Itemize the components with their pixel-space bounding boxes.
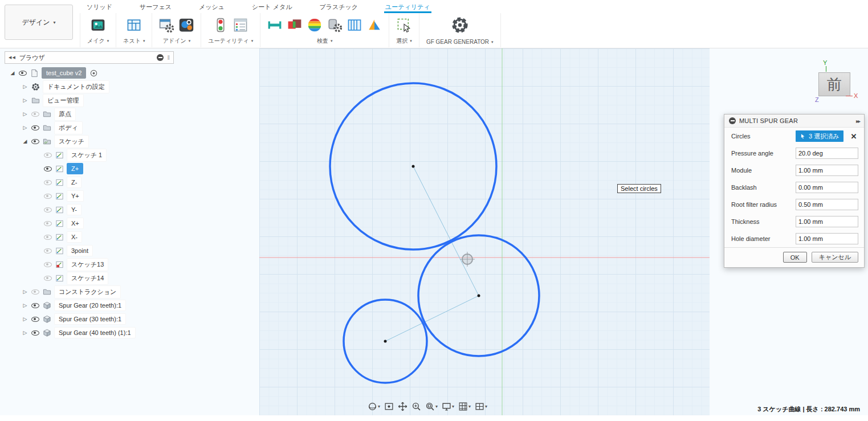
view-cube[interactable]: Y 前 Z X <box>809 59 866 110</box>
tree-row[interactable]: X- <box>42 230 187 244</box>
tree-row[interactable]: ▷ボディ <box>21 121 187 134</box>
dialog-titlebar[interactable]: MULTI SPUR GEAR ▸▸ <box>724 115 864 128</box>
root-filter-radius-input[interactable] <box>796 199 858 210</box>
browser-panel-header[interactable]: ◀◀ ブラウザ ‖ <box>5 51 174 64</box>
pan-button[interactable] <box>398 402 407 411</box>
tree-row[interactable]: スケッチ 1 <box>42 148 187 162</box>
tree-row[interactable]: ▷ビュー管理 <box>21 93 187 107</box>
tab-メッシュ[interactable]: メッシュ <box>198 1 226 13</box>
tree-row[interactable]: 3point <box>42 244 187 257</box>
tree-row[interactable]: Y- <box>42 203 187 216</box>
hole-diameter-input[interactable] <box>796 233 858 244</box>
tree-row[interactable]: ▷ドキュメントの設定 <box>21 80 187 93</box>
tree-row[interactable]: スケッチ13 <box>42 257 187 271</box>
workspace-switcher-button[interactable]: デザイン ▾ <box>5 5 73 40</box>
visibility-toggle-icon[interactable] <box>30 330 41 336</box>
backlash-input[interactable] <box>796 182 858 193</box>
make-icon[interactable] <box>91 18 105 32</box>
visibility-toggle-icon[interactable] <box>30 289 41 295</box>
toolbar-group-dropdown[interactable]: メイク▾ <box>87 37 109 45</box>
viewports-button[interactable]: ▾ <box>475 402 487 411</box>
expand-arrow-icon[interactable]: ▷ <box>21 289 30 295</box>
collapse-panel-icon[interactable]: ◀◀ <box>9 55 16 60</box>
expand-arrow-icon[interactable]: ▷ <box>21 316 30 322</box>
draft-analysis-icon[interactable] <box>367 18 382 32</box>
toolbar-group-dropdown[interactable]: GF GEAR GENERATOR▾ <box>426 39 494 45</box>
tab-サーフェス[interactable]: サーフェス <box>138 1 173 13</box>
circles-selection-button[interactable]: 3 選択済み <box>796 130 843 142</box>
tab-プラスチック[interactable]: プラスチック <box>318 1 359 13</box>
tree-row[interactable]: Z+ <box>42 162 187 175</box>
visibility-toggle-icon[interactable] <box>42 207 54 212</box>
visibility-toggle-icon[interactable] <box>42 235 54 240</box>
expand-arrow-icon[interactable]: ▷ <box>21 330 30 336</box>
ok-button[interactable]: OK <box>783 252 807 263</box>
thermal-gear-icon[interactable] <box>327 18 342 32</box>
traffic-light-icon[interactable] <box>213 18 228 32</box>
visibility-toggle-icon[interactable] <box>30 139 41 144</box>
tab-シート メタル[interactable]: シート メタル <box>251 1 293 13</box>
fit-button[interactable]: ▾ <box>425 402 438 411</box>
visibility-toggle-icon[interactable] <box>42 180 54 185</box>
visibility-toggle-icon[interactable] <box>30 303 41 308</box>
visibility-toggle-icon[interactable] <box>42 276 54 281</box>
tree-row[interactable]: X+ <box>42 216 187 230</box>
cancel-button[interactable]: キャンセル <box>812 252 858 263</box>
tree-row[interactable]: スケッチ14 <box>42 271 187 285</box>
visibility-toggle-icon[interactable] <box>17 71 28 76</box>
parameter-table-icon[interactable] <box>233 18 248 32</box>
tab-ユーティリティ[interactable]: ユーティリティ <box>384 1 431 13</box>
addin-scripts-icon[interactable] <box>179 18 194 32</box>
tree-row[interactable]: ▷Spur Gear (40 teeth) (1):1 <box>21 326 187 340</box>
toolbar-group-dropdown[interactable]: ネスト▾ <box>123 37 145 45</box>
visibility-toggle-icon[interactable] <box>30 112 41 117</box>
addin-window-icon[interactable] <box>159 18 174 32</box>
orbit-button[interactable]: ▾ <box>368 402 380 411</box>
visibility-toggle-icon[interactable] <box>42 221 54 226</box>
tree-row[interactable]: Z- <box>42 175 187 189</box>
expand-arrow-icon[interactable]: ▷ <box>21 125 30 130</box>
toolbar-group-dropdown[interactable]: ユーティリティ▾ <box>208 37 253 45</box>
zoom-button[interactable] <box>411 402 421 411</box>
tree-row[interactable]: ◢test_cube v2 <box>8 66 187 80</box>
tab-ソリッド[interactable]: ソリッド <box>85 1 113 13</box>
toolbar-group-dropdown[interactable]: 検査▾ <box>317 37 333 45</box>
tree-row[interactable]: ▷Spur Gear (20 teeth):1 <box>21 299 187 312</box>
tree-row[interactable]: ▷コンストラクション <box>21 285 187 299</box>
tree-row[interactable]: ◢スケッチ <box>21 134 187 148</box>
pressure-angle-input[interactable] <box>796 148 858 159</box>
gear-icon[interactable] <box>451 16 469 34</box>
thickness-input[interactable] <box>796 216 858 227</box>
expand-arrow-icon[interactable]: ◢ <box>21 138 30 144</box>
visibility-toggle-icon[interactable] <box>30 317 41 322</box>
dialog-handle-icon[interactable] <box>729 117 736 124</box>
toolbar-group-dropdown[interactable]: 選択▾ <box>396 37 412 45</box>
grid-button[interactable]: ▾ <box>458 402 471 411</box>
toolbar-group-dropdown[interactable]: アドイン▾ <box>163 37 190 45</box>
visibility-toggle-icon[interactable] <box>30 125 41 130</box>
interference-icon[interactable] <box>287 18 302 32</box>
look-at-button[interactable] <box>384 402 394 411</box>
tree-row[interactable]: ▷Spur Gear (30 teeth):1 <box>21 312 187 326</box>
tree-row[interactable]: Y+ <box>42 189 187 203</box>
expand-arrow-icon[interactable]: ▷ <box>21 111 30 117</box>
display-settings-button[interactable]: ▾ <box>442 402 454 411</box>
expand-arrow-icon[interactable]: ◢ <box>8 70 17 76</box>
viewport-canvas[interactable]: ◀◀ ブラウザ ‖ ◢test_cube v2▷ドキュメントの設定▷ビュー管理▷… <box>0 48 868 421</box>
visibility-toggle-icon[interactable] <box>42 153 54 158</box>
clear-selection-icon[interactable]: ✕ <box>850 132 857 141</box>
expand-arrow-icon[interactable]: ▷ <box>21 84 30 89</box>
nest-icon[interactable] <box>127 18 141 32</box>
module-input[interactable] <box>796 165 858 176</box>
section-analysis-icon[interactable] <box>347 18 362 32</box>
select-icon[interactable] <box>397 18 411 32</box>
visibility-toggle-icon[interactable] <box>42 194 54 199</box>
tree-row[interactable]: ▷原点 <box>21 107 187 121</box>
visibility-toggle-icon[interactable] <box>42 262 54 267</box>
expand-arrow-icon[interactable]: ▷ <box>21 303 30 308</box>
activate-component-icon[interactable] <box>89 69 98 77</box>
viewcube-front-face[interactable]: 前 <box>818 72 850 96</box>
curvature-sphere-icon[interactable] <box>307 18 322 32</box>
measure-icon[interactable] <box>267 18 282 32</box>
expand-arrow-icon[interactable]: ▷ <box>21 97 30 103</box>
